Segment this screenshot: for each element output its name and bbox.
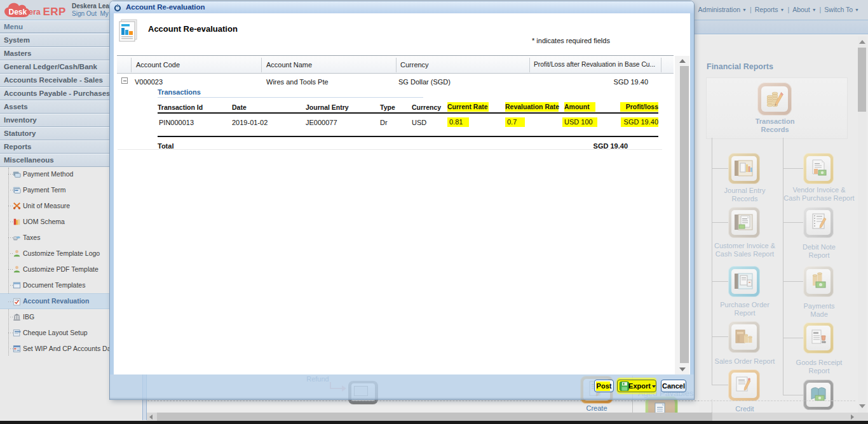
svg-text:Desk: Desk <box>9 8 27 17</box>
svg-text:ERP: ERP <box>43 6 66 18</box>
svg-text:era: era <box>29 8 41 17</box>
